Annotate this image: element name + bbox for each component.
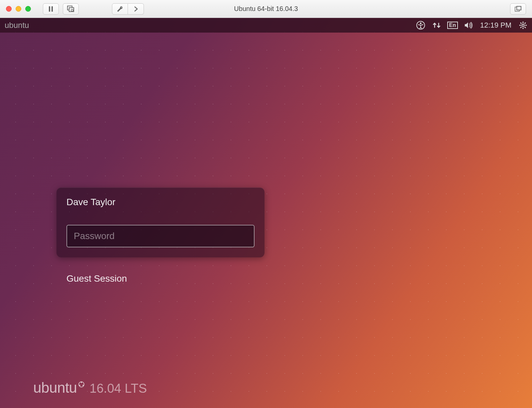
- footer-brand-text: ubuntu: [33, 379, 77, 396]
- circle-of-friends-icon: [78, 381, 84, 387]
- pause-vm-button[interactable]: [43, 3, 59, 15]
- clock-indicator[interactable]: 12:19 PM: [480, 21, 511, 30]
- svg-point-18: [81, 382, 82, 383]
- volume-icon: [464, 21, 473, 29]
- ubuntu-menubar: ubuntu En: [0, 18, 532, 33]
- window-title: Ubuntu 64-bit 16.04.3: [234, 5, 298, 13]
- selected-username[interactable]: Dave Taylor: [66, 197, 255, 207]
- pause-icon: [48, 6, 53, 12]
- maximize-window-button[interactable]: [25, 6, 31, 12]
- fullscreen-icon: [515, 6, 521, 12]
- close-window-button[interactable]: [6, 6, 12, 12]
- snapshot-icon: [67, 6, 74, 12]
- footer-branding: ubuntu 16.04 LTS: [33, 379, 147, 396]
- svg-rect-1: [52, 6, 53, 12]
- vm-control-group: [43, 3, 79, 15]
- sound-indicator[interactable]: [464, 21, 473, 30]
- vm-settings-group: [112, 3, 144, 15]
- svg-line-15: [520, 27, 521, 28]
- svg-line-13: [520, 23, 521, 24]
- login-card: Dave Taylor: [56, 188, 265, 257]
- network-arrows-icon: [432, 21, 441, 30]
- fullscreen-button[interactable]: [510, 3, 526, 15]
- keyboard-layout-indicator[interactable]: En: [448, 21, 457, 30]
- keyboard-layout-label: En: [447, 22, 458, 29]
- system-indicator[interactable]: [519, 21, 527, 30]
- minimize-window-button[interactable]: [16, 6, 21, 12]
- svg-rect-0: [49, 6, 50, 12]
- network-indicator[interactable]: [432, 21, 441, 30]
- chevron-right-icon: [134, 6, 138, 12]
- svg-rect-6: [517, 6, 521, 10]
- svg-line-16: [525, 23, 526, 24]
- settings-button[interactable]: [112, 3, 128, 15]
- snapshot-button[interactable]: [63, 3, 79, 15]
- svg-point-8: [420, 23, 421, 24]
- accessibility-indicator[interactable]: [416, 21, 425, 30]
- menubar-indicators: En 12:19 PM: [416, 21, 527, 30]
- password-input[interactable]: [66, 225, 255, 247]
- traffic-lights: [6, 6, 31, 12]
- svg-point-20: [79, 385, 80, 386]
- gear-icon: [519, 21, 527, 30]
- next-button[interactable]: [128, 3, 144, 15]
- svg-line-14: [525, 27, 526, 28]
- footer-logo: ubuntu: [33, 379, 84, 396]
- accessibility-icon: [416, 21, 425, 30]
- ubuntu-screen: ubuntu En: [0, 18, 532, 408]
- mac-titlebar: Ubuntu 64-bit 16.04.3: [0, 0, 532, 18]
- menubar-brand: ubuntu: [5, 21, 29, 30]
- wrench-icon: [117, 6, 123, 12]
- login-area: Dave Taylor Guest Session: [56, 188, 265, 284]
- svg-point-19: [82, 385, 84, 386]
- footer-version: 16.04 LTS: [90, 381, 147, 396]
- guest-session-option[interactable]: Guest Session: [66, 273, 265, 284]
